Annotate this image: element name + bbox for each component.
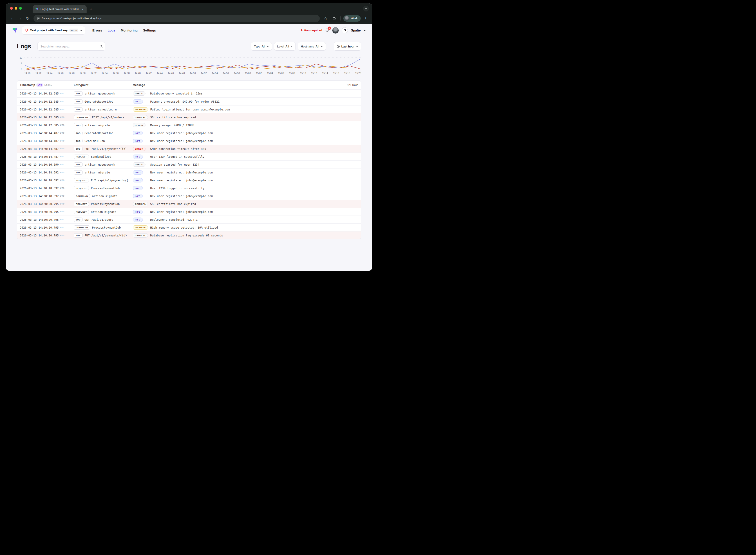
entrypoint-type-badge: REQUEST bbox=[74, 210, 89, 214]
log-entrypoint-cell: JOBartisan queue:work bbox=[74, 162, 133, 167]
utc-toggle[interactable]: UTC bbox=[37, 83, 43, 87]
nav-logs[interactable]: Logs bbox=[107, 29, 115, 32]
log-row[interactable]: 2026-03-13 14:20:14.487UTCREQUESTSendEma… bbox=[17, 153, 361, 160]
log-timestamp: 2026-03-13 14:20:20.795 bbox=[20, 218, 59, 221]
chart-x-tick: 14:32 bbox=[91, 72, 96, 75]
entrypoint-name: artisan schedule:run bbox=[85, 108, 119, 111]
log-timezone-label: UTC bbox=[60, 226, 64, 228]
filter-level[interactable]: Level All bbox=[274, 42, 296, 51]
level-badge: INFO bbox=[133, 139, 143, 143]
user-avatar[interactable] bbox=[332, 27, 339, 34]
level-badge: INFO bbox=[133, 131, 143, 135]
action-required-link[interactable]: Action required bbox=[300, 29, 322, 32]
entrypoint-type-badge: JOB bbox=[74, 131, 83, 135]
chart-x-tick: 14:48 bbox=[179, 72, 185, 75]
filters: Type All Level All Hostname All bbox=[249, 42, 361, 51]
log-timestamp-cell: 2026-03-13 14:20:20.795UTC bbox=[20, 202, 74, 206]
chevron-down-icon bbox=[356, 46, 358, 47]
log-message: User 1234 logged in successfully bbox=[150, 155, 204, 158]
chevron-down-icon[interactable] bbox=[364, 30, 366, 31]
log-row[interactable]: 2026-03-13 14:20:20.795UTCCOMMANDProcess… bbox=[17, 223, 361, 231]
nav-monitoring[interactable]: Monitoring bbox=[121, 29, 138, 32]
entrypoint-type-badge: REQUEST bbox=[74, 178, 89, 182]
browser-profile-chip[interactable]: Work bbox=[343, 15, 361, 22]
log-row[interactable]: 2026-03-13 14:20:18.692UTCREQUESTPUT /ap… bbox=[17, 176, 361, 184]
log-row[interactable]: 2026-03-13 14:20:14.487UTCJOBSendEmailJo… bbox=[17, 137, 361, 145]
log-row[interactable]: 2026-03-13 14:20:12.385UTCJOBartisan que… bbox=[17, 90, 361, 97]
log-timestamp: 2026-03-13 14:20:18.692 bbox=[20, 186, 59, 190]
log-message: SSL certificate has expired bbox=[150, 202, 196, 206]
log-row[interactable]: 2026-03-13 14:20:18.692UTCCOMMANDartisan… bbox=[17, 192, 361, 200]
menu-kebab-icon[interactable]: ⋮ bbox=[362, 15, 369, 22]
filter-type[interactable]: Type All bbox=[251, 42, 272, 51]
log-row[interactable]: 2026-03-13 14:20:14.487UTCJOBGenerateRep… bbox=[17, 129, 361, 137]
back-icon[interactable]: ← bbox=[9, 15, 16, 22]
reload-icon[interactable]: ↻ bbox=[24, 15, 31, 22]
chart-plot-area[interactable] bbox=[25, 56, 361, 71]
address-bar[interactable]: flareapp.io.test/1-test-project-with-fix… bbox=[34, 15, 320, 22]
log-row[interactable]: 2026-03-13 14:20:20.795UTCJOBGET /api/v1… bbox=[17, 216, 361, 223]
log-entrypoint-cell: JOBGET /api/v1/users bbox=[74, 218, 133, 222]
minimize-window-button[interactable] bbox=[15, 7, 17, 10]
level-badge: INFO bbox=[133, 178, 143, 182]
level-badge-box: CRITICAL bbox=[133, 202, 150, 206]
log-entrypoint-cell: JOBGenerateReportJob bbox=[74, 99, 133, 104]
local-toggle[interactable]: LOCAL bbox=[45, 84, 52, 86]
browser-window: Logs | Test project with fixed key × + ←… bbox=[6, 3, 372, 271]
filter-hostname[interactable]: Hostname All bbox=[298, 42, 326, 51]
log-message-cell: WARNINGHigh memory usage detected: 89% u… bbox=[133, 225, 358, 230]
log-timezone-label: UTC bbox=[60, 116, 64, 118]
team-name[interactable]: Spatie bbox=[351, 29, 361, 32]
log-row[interactable]: 2026-03-13 14:20:18.692UTCJOBartisan mig… bbox=[17, 168, 361, 176]
team-avatar[interactable]: S bbox=[342, 27, 348, 33]
entrypoint-name: GET /api/v1/users bbox=[85, 218, 113, 221]
filter-value: All bbox=[262, 45, 266, 48]
log-message: Session started for user 1234 bbox=[150, 163, 199, 166]
bookmark-star-icon[interactable]: ☆ bbox=[322, 15, 329, 22]
log-row[interactable]: 2026-03-13 14:20:18.692UTCREQUESTProcess… bbox=[17, 184, 361, 192]
log-timestamp-cell: 2026-03-13 14:20:20.795UTC bbox=[20, 234, 74, 237]
entrypoint-name: artisan migrate bbox=[85, 124, 110, 127]
log-row[interactable]: 2026-03-13 14:20:12.385UTCJOBGenerateRep… bbox=[17, 97, 361, 105]
log-timestamp-cell: 2026-03-13 14:20:20.795UTC bbox=[20, 226, 74, 229]
chart-x-tick: 15:20 bbox=[355, 72, 361, 75]
chevron-down-icon bbox=[290, 46, 293, 47]
site-info-icon[interactable] bbox=[37, 17, 40, 20]
level-badge-box: WARNING bbox=[133, 225, 150, 230]
level-badge-box: INFO bbox=[133, 131, 150, 135]
log-timestamp: 2026-03-13 14:20:12.385 bbox=[20, 124, 59, 127]
maximize-window-button[interactable] bbox=[19, 7, 22, 10]
tab-list-chevron-icon[interactable] bbox=[363, 6, 369, 11]
forward-icon[interactable]: → bbox=[16, 15, 23, 22]
log-row[interactable]: 2026-03-13 14:20:20.795UTCREQUESTartisan… bbox=[17, 208, 361, 216]
tab-close-icon[interactable]: × bbox=[81, 7, 85, 11]
entrypoint-type-badge: JOB bbox=[74, 218, 83, 222]
log-timestamp: 2026-03-13 14:20:12.385 bbox=[20, 108, 59, 111]
close-window-button[interactable] bbox=[10, 7, 13, 10]
log-row[interactable]: 2026-03-13 14:20:14.487UTCJOBPUT /api/v1… bbox=[17, 145, 361, 153]
log-message-cell: INFODeployment completed: v2.4.1 bbox=[133, 218, 358, 222]
search-input[interactable] bbox=[37, 42, 105, 51]
entrypoint-type-badge: JOB bbox=[74, 139, 83, 143]
log-row[interactable]: 2026-03-13 14:20:20.795UTCREQUESTProcess… bbox=[17, 200, 361, 208]
log-row[interactable]: 2026-03-13 14:20:20.795UTCJOBPUT /api/v1… bbox=[17, 231, 361, 239]
time-range-button[interactable]: Last hour bbox=[334, 42, 361, 51]
log-timezone-label: UTC bbox=[60, 211, 64, 213]
log-message: Memory usage: 42MB / 128MB bbox=[150, 124, 194, 127]
entrypoint-name: ProcessPaymentJob bbox=[92, 226, 121, 229]
level-badge-box: INFO bbox=[133, 218, 150, 222]
nav-settings[interactable]: Settings bbox=[143, 29, 156, 32]
log-message-cell: DEBUGDatabase query executed in 12ms bbox=[133, 91, 358, 96]
extensions-icon[interactable] bbox=[331, 15, 338, 22]
search-icon bbox=[99, 45, 103, 48]
log-row[interactable]: 2026-03-13 14:20:12.385UTCJOBartisan mig… bbox=[17, 121, 361, 129]
notification-bell-icon[interactable]: 2 bbox=[325, 28, 329, 32]
log-row[interactable]: 2026-03-13 14:20:12.385UTCJOBartisan sch… bbox=[17, 105, 361, 113]
browser-tab[interactable]: Logs | Test project with fixed key × bbox=[33, 5, 87, 13]
new-tab-button[interactable]: + bbox=[88, 6, 94, 12]
log-timestamp-cell: 2026-03-13 14:20:12.385UTC bbox=[20, 116, 74, 119]
log-row[interactable]: 2026-03-13 14:20:16.590UTCJOBartisan que… bbox=[17, 160, 361, 168]
project-selector[interactable]: Test project with fixed key PROD bbox=[22, 26, 85, 35]
nav-errors[interactable]: Errors bbox=[92, 29, 102, 32]
log-row[interactable]: 2026-03-13 14:20:12.385UTCCOMMANDPOST /a… bbox=[17, 113, 361, 121]
